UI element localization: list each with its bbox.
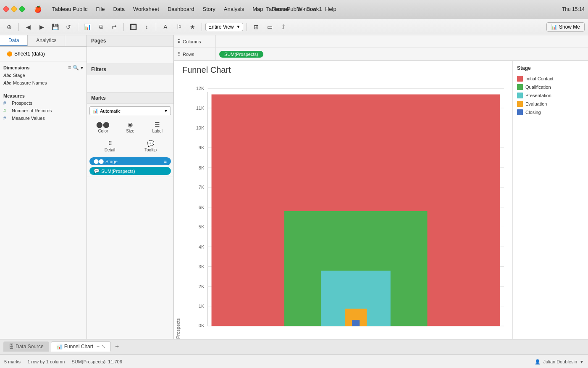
user-dropdown-arrow[interactable]: ▼	[580, 360, 584, 364]
dimension-stage[interactable]: Abc Stage	[0, 71, 87, 79]
apple-menu[interactable]: 🍎	[30, 4, 46, 15]
dimensions-header: Dimensions ≡ 🔍 ▾	[0, 61, 87, 71]
sheet-icon: 🟠	[7, 51, 13, 57]
marks-size-btn[interactable]: ◉ Size	[117, 119, 144, 135]
marks-type-dropdown[interactable]: 📊 Automatic ▼	[89, 106, 171, 115]
status-bar: 5 marks 1 row by 1 column SUM(Prospects)…	[0, 354, 588, 368]
dimension-icons: ≡ 🔍 ▾	[68, 65, 83, 71]
minimize-button[interactable]	[11, 6, 17, 12]
forward-button[interactable]: ▶	[36, 21, 47, 33]
show-me-label: Show Me	[559, 24, 580, 30]
share-btn[interactable]: ⤴	[277, 21, 289, 33]
measure-number-records[interactable]: # Number of Records	[0, 107, 87, 114]
legend-item-evaluation[interactable]: Evaluation	[517, 100, 584, 108]
toolbar-pin[interactable]: ⊕	[3, 21, 15, 33]
legend-item-presentation[interactable]: Presentation	[517, 91, 584, 100]
y-axis-label: Prospects	[174, 79, 182, 339]
sep2	[78, 23, 78, 31]
bottom-tabs: 🗄 Data Source 📊 Funnel Chart + ⤡ +	[0, 339, 588, 354]
swap-axes[interactable]: ⇄	[108, 21, 120, 33]
titlebar: 🍎 Tableau Public File Data Worksheet Das…	[0, 0, 588, 19]
hashtag-icon-records: #	[3, 108, 10, 113]
marks-tooltip-btn[interactable]: 💬 Tooltip	[130, 138, 171, 154]
chart-svg: 0K 1K 2K 3K	[182, 79, 512, 335]
stage-pill-label: Stage	[105, 159, 118, 164]
list-icon[interactable]: ≡	[68, 65, 71, 71]
grid-btn[interactable]: ⊞	[250, 21, 262, 33]
sum-pill-label: SUM(Prospects)	[101, 169, 135, 174]
status-marks: 5 marks	[4, 359, 21, 364]
save-button[interactable]: 💾	[49, 21, 61, 33]
menu-analysis[interactable]: Analysis	[220, 4, 248, 14]
svg-text:12K: 12K	[196, 86, 205, 91]
tab-funnel-chart[interactable]: 📊 Funnel Chart + ⤡	[51, 342, 111, 352]
svg-text:4K: 4K	[199, 244, 205, 249]
canvas-area: ⠿ Columns ⠿ Rows SUM(Prospects) Funnel C…	[174, 35, 588, 339]
measure-number-records-label: Number of Records	[12, 108, 52, 113]
close-button[interactable]	[3, 6, 9, 12]
measure-prospects-label: Prospects	[12, 101, 32, 106]
legend-label-qualification: Qualification	[525, 85, 551, 90]
sheet-item[interactable]: 🟠 Sheet1 (data)	[3, 49, 48, 58]
data-source-label: Data Source	[16, 344, 44, 349]
stage-pill-menu[interactable]: ≡	[164, 159, 167, 164]
sort-asc[interactable]: ↕	[141, 21, 152, 33]
detail-icon: ⠿	[108, 140, 112, 147]
rows-sum-prospects-pill[interactable]: SUM(Prospects)	[219, 51, 263, 58]
show-me-button[interactable]: 📊 Show Me	[546, 22, 585, 32]
fullscreen-button[interactable]	[19, 6, 25, 12]
view-mode-label: Entire View	[208, 24, 234, 30]
tab-analytics[interactable]: Analytics	[28, 35, 65, 46]
view-mode-select[interactable]: Entire View ▼	[205, 23, 243, 31]
tooltip-btn[interactable]: ⚐	[173, 21, 185, 33]
bar-closing[interactable]	[352, 320, 360, 326]
highlight-btn[interactable]: ★	[186, 21, 198, 33]
menu-data[interactable]: Data	[109, 4, 129, 14]
filters-section: Filters	[87, 64, 173, 93]
legend-label-initial-contact: Initial Contact	[525, 76, 554, 81]
sep1	[18, 23, 19, 31]
measure-values[interactable]: # Measure Values	[0, 114, 87, 122]
refresh-button[interactable]: ↺	[63, 21, 74, 33]
label-icon: ☰	[155, 121, 160, 128]
menu-story[interactable]: Story	[199, 4, 220, 14]
group-btn[interactable]: 🔲	[127, 21, 139, 33]
measure-prospects[interactable]: # Prospects	[0, 99, 87, 107]
tab-add-icon: +	[97, 344, 100, 349]
show-me-icon: 📊	[551, 24, 557, 30]
tab-data-source[interactable]: 🗄 Data Source	[3, 342, 49, 352]
sep5	[202, 23, 202, 31]
filters-content	[87, 75, 173, 92]
menu-tableau[interactable]: Tableau Public	[48, 4, 92, 14]
legend-item-closing[interactable]: Closing	[517, 108, 584, 116]
dup-sheet[interactable]: ⧉	[95, 21, 107, 33]
menu-dashboard[interactable]: Dashboard	[163, 4, 199, 14]
marks-stage-field[interactable]: ⬤⬤ Stage ≡	[89, 157, 171, 165]
legend-color-qualification	[517, 84, 523, 90]
search-icon[interactable]: 🔍	[73, 65, 79, 71]
menu-map[interactable]: Map	[248, 4, 267, 14]
dimension-measure-names[interactable]: Abc Measure Names	[0, 79, 87, 87]
marks-color-btn[interactable]: ⬤⬤ Color	[89, 119, 117, 135]
marks-label-btn[interactable]: ☰ Label	[144, 119, 171, 135]
tab-expand-icon: ⤡	[101, 344, 105, 349]
marks-detail-btn[interactable]: ⠿ Detail	[89, 138, 130, 154]
marks-sum-prospects-field[interactable]: 💬 SUM(Prospects)	[89, 167, 171, 175]
back-button[interactable]: ◀	[22, 21, 34, 33]
menu-worksheet[interactable]: Worksheet	[129, 4, 163, 14]
legend-item-initial-contact[interactable]: Initial Contact	[517, 74, 584, 83]
svg-text:1K: 1K	[199, 304, 205, 309]
measures-label: Measures	[3, 93, 25, 98]
chart-plot: 0K 1K 2K 3K	[182, 79, 512, 339]
font-btn[interactable]: A	[160, 21, 171, 33]
present-btn[interactable]: ▭	[264, 21, 276, 33]
legend-panel: Stage Initial Contact Qualification Pres…	[512, 61, 588, 339]
menu-file[interactable]: File	[92, 4, 109, 14]
new-sheet[interactable]: 📊	[81, 21, 93, 33]
menu-help[interactable]: Help	[321, 4, 341, 14]
hashtag-icon-prospects: #	[3, 101, 10, 106]
chevron-icon[interactable]: ▾	[81, 65, 83, 71]
add-sheet-button[interactable]: +	[113, 342, 121, 351]
tab-data[interactable]: Data	[0, 35, 28, 46]
legend-item-qualification[interactable]: Qualification	[517, 83, 584, 91]
